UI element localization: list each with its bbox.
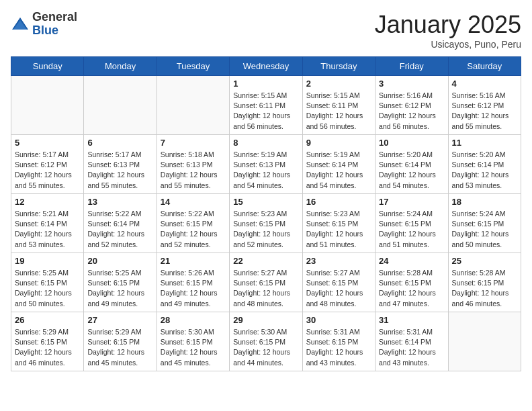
day-info: Sunrise: 5:26 AM Sunset: 6:15 PM Dayligh… [161,268,226,309]
calendar-cell: 16Sunrise: 5:23 AM Sunset: 6:15 PM Dayli… [302,194,375,253]
day-number: 17 [379,197,444,207]
week-row-3: 12Sunrise: 5:21 AM Sunset: 6:14 PM Dayli… [11,194,521,253]
logo-blue-text: Blue [32,24,77,38]
day-info: Sunrise: 5:27 AM Sunset: 6:15 PM Dayligh… [306,268,371,309]
day-number: 22 [233,256,298,266]
day-number: 24 [379,256,444,266]
calendar-cell: 13Sunrise: 5:22 AM Sunset: 6:14 PM Dayli… [84,194,157,253]
day-number: 12 [15,197,80,207]
day-info: Sunrise: 5:21 AM Sunset: 6:14 PM Dayligh… [15,209,80,250]
logo-general-text: General [32,11,77,24]
day-number: 13 [87,197,152,207]
calendar-cell: 23Sunrise: 5:27 AM Sunset: 6:15 PM Dayli… [302,253,375,312]
calendar-cell: 11Sunrise: 5:20 AM Sunset: 6:14 PM Dayli… [448,135,521,194]
day-info: Sunrise: 5:18 AM Sunset: 6:13 PM Dayligh… [161,150,226,191]
day-info: Sunrise: 5:16 AM Sunset: 6:12 PM Dayligh… [379,91,444,132]
calendar-cell: 6Sunrise: 5:17 AM Sunset: 6:13 PM Daylig… [84,135,157,194]
calendar-cell [84,76,157,135]
calendar-cell [11,76,84,135]
week-row-5: 26Sunrise: 5:29 AM Sunset: 6:15 PM Dayli… [11,312,521,371]
day-info: Sunrise: 5:25 AM Sunset: 6:15 PM Dayligh… [87,268,152,309]
day-number: 23 [306,256,371,266]
day-info: Sunrise: 5:15 AM Sunset: 6:11 PM Dayligh… [233,91,298,132]
day-number: 21 [161,256,226,266]
day-info: Sunrise: 5:20 AM Sunset: 6:14 PM Dayligh… [379,150,444,191]
day-info: Sunrise: 5:31 AM Sunset: 6:14 PM Dayligh… [379,327,444,368]
calendar-cell: 18Sunrise: 5:24 AM Sunset: 6:15 PM Dayli… [448,194,521,253]
day-number: 20 [87,256,152,266]
weekday-header-row: SundayMondayTuesdayWednesdayThursdayFrid… [11,57,521,76]
calendar-cell: 17Sunrise: 5:24 AM Sunset: 6:15 PM Dayli… [375,194,448,253]
calendar-cell: 30Sunrise: 5:31 AM Sunset: 6:15 PM Dayli… [302,312,375,371]
weekday-header-sunday: Sunday [11,57,84,76]
day-number: 18 [452,197,517,207]
calendar-cell: 26Sunrise: 5:29 AM Sunset: 6:15 PM Dayli… [11,312,84,371]
day-number: 5 [15,138,80,148]
month-title: January 2025 [375,11,521,39]
calendar-cell: 25Sunrise: 5:28 AM Sunset: 6:15 PM Dayli… [448,253,521,312]
title-area: January 2025 Usicayos, Puno, Peru [375,11,521,50]
calendar-cell: 5Sunrise: 5:17 AM Sunset: 6:12 PM Daylig… [11,135,84,194]
day-number: 27 [87,315,152,325]
calendar-cell: 15Sunrise: 5:23 AM Sunset: 6:15 PM Dayli… [230,194,302,253]
calendar-cell: 2Sunrise: 5:15 AM Sunset: 6:11 PM Daylig… [302,76,375,135]
calendar-cell: 10Sunrise: 5:20 AM Sunset: 6:14 PM Dayli… [375,135,448,194]
day-number: 1 [233,79,298,89]
day-number: 30 [306,315,371,325]
calendar-cell: 22Sunrise: 5:27 AM Sunset: 6:15 PM Dayli… [230,253,302,312]
day-info: Sunrise: 5:22 AM Sunset: 6:15 PM Dayligh… [161,209,226,250]
calendar-cell: 28Sunrise: 5:30 AM Sunset: 6:15 PM Dayli… [157,312,229,371]
day-info: Sunrise: 5:29 AM Sunset: 6:15 PM Dayligh… [87,327,152,368]
day-info: Sunrise: 5:24 AM Sunset: 6:15 PM Dayligh… [452,209,517,250]
day-info: Sunrise: 5:23 AM Sunset: 6:15 PM Dayligh… [233,209,298,250]
day-number: 26 [15,315,80,325]
weekday-header-tuesday: Tuesday [157,57,229,76]
day-number: 14 [161,197,226,207]
day-info: Sunrise: 5:30 AM Sunset: 6:15 PM Dayligh… [161,327,226,368]
day-info: Sunrise: 5:23 AM Sunset: 6:15 PM Dayligh… [306,209,371,250]
page-header: General Blue January 2025 Usicayos, Puno… [11,11,521,50]
day-number: 3 [379,79,444,89]
day-number: 28 [161,315,226,325]
calendar-cell: 1Sunrise: 5:15 AM Sunset: 6:11 PM Daylig… [230,76,302,135]
day-number: 15 [233,197,298,207]
day-info: Sunrise: 5:29 AM Sunset: 6:15 PM Dayligh… [15,327,80,368]
day-info: Sunrise: 5:17 AM Sunset: 6:12 PM Dayligh… [15,150,80,191]
day-number: 31 [379,315,444,325]
logo: General Blue [11,11,77,38]
weekday-header-wednesday: Wednesday [230,57,302,76]
day-number: 11 [452,138,517,148]
calendar-cell [157,76,229,135]
calendar-cell: 27Sunrise: 5:29 AM Sunset: 6:15 PM Dayli… [84,312,157,371]
day-number: 29 [233,315,298,325]
calendar-cell [448,312,521,371]
calendar-cell: 29Sunrise: 5:30 AM Sunset: 6:15 PM Dayli… [230,312,302,371]
weekday-header-saturday: Saturday [448,57,521,76]
day-info: Sunrise: 5:19 AM Sunset: 6:14 PM Dayligh… [306,150,371,191]
day-number: 4 [452,79,517,89]
weekday-header-friday: Friday [375,57,448,76]
day-info: Sunrise: 5:30 AM Sunset: 6:15 PM Dayligh… [233,327,298,368]
day-info: Sunrise: 5:27 AM Sunset: 6:15 PM Dayligh… [233,268,298,309]
calendar-cell: 24Sunrise: 5:28 AM Sunset: 6:15 PM Dayli… [375,253,448,312]
calendar-cell: 8Sunrise: 5:19 AM Sunset: 6:13 PM Daylig… [230,135,302,194]
week-row-4: 19Sunrise: 5:25 AM Sunset: 6:15 PM Dayli… [11,253,521,312]
day-info: Sunrise: 5:22 AM Sunset: 6:14 PM Dayligh… [87,209,152,250]
calendar-cell: 4Sunrise: 5:16 AM Sunset: 6:12 PM Daylig… [448,76,521,135]
day-info: Sunrise: 5:15 AM Sunset: 6:11 PM Dayligh… [306,91,371,132]
day-number: 19 [15,256,80,266]
day-number: 10 [379,138,444,148]
calendar-cell: 20Sunrise: 5:25 AM Sunset: 6:15 PM Dayli… [84,253,157,312]
logo-icon [11,15,30,34]
location-subtitle: Usicayos, Puno, Peru [375,39,521,50]
day-info: Sunrise: 5:16 AM Sunset: 6:12 PM Dayligh… [452,91,517,132]
day-number: 6 [87,138,152,148]
calendar-cell: 21Sunrise: 5:26 AM Sunset: 6:15 PM Dayli… [157,253,229,312]
calendar-cell: 14Sunrise: 5:22 AM Sunset: 6:15 PM Dayli… [157,194,229,253]
day-number: 25 [452,256,517,266]
calendar-cell: 19Sunrise: 5:25 AM Sunset: 6:15 PM Dayli… [11,253,84,312]
calendar-table: SundayMondayTuesdayWednesdayThursdayFrid… [11,56,521,371]
day-number: 7 [161,138,226,148]
day-info: Sunrise: 5:17 AM Sunset: 6:13 PM Dayligh… [87,150,152,191]
day-number: 8 [233,138,298,148]
